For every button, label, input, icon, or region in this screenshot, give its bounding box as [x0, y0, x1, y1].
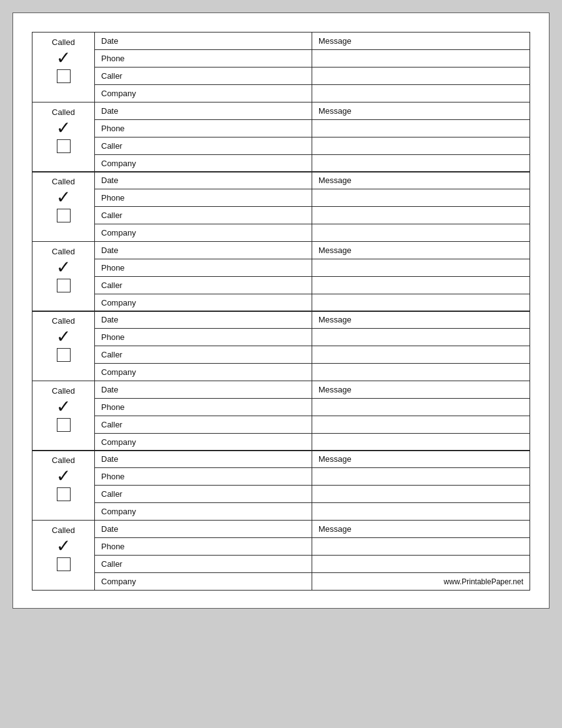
phone-field-3: Phone — [95, 189, 312, 206]
message-field-2: Message — [312, 102, 530, 119]
checkbox-8[interactable] — [57, 557, 71, 571]
phone-row-6: Phone — [95, 399, 530, 416]
checkbox-7[interactable] — [57, 487, 71, 501]
company-value-5 — [312, 364, 530, 381]
company-value-4 — [312, 294, 530, 311]
checkmark-8: ✓ — [56, 537, 71, 555]
checkbox-5[interactable] — [57, 348, 71, 362]
entry-block-7: Called✓DateMessagePhoneCallerCompany — [32, 450, 530, 521]
entries-container: Called✓DateMessagePhoneCallerCompanyCall… — [32, 32, 530, 591]
checkbox-6[interactable] — [57, 418, 71, 432]
right-col-6: DateMessagePhoneCallerCompany — [95, 381, 530, 451]
phone-value-2 — [312, 120, 530, 137]
left-col-5: Called✓ — [32, 311, 95, 381]
checkmark-1: ✓ — [56, 49, 71, 67]
phone-value-7 — [312, 468, 530, 485]
company-field-1: Company — [95, 85, 312, 102]
checkbox-2[interactable] — [57, 139, 71, 153]
phone-value-1 — [312, 50, 530, 67]
caller-row-7: Caller — [95, 486, 530, 503]
checkmark-2: ✓ — [56, 119, 71, 137]
right-col-7: DateMessagePhoneCallerCompany — [95, 451, 530, 520]
caller-field-6: Caller — [95, 416, 312, 433]
message-field-4: Message — [312, 242, 530, 259]
caller-field-1: Caller — [95, 67, 312, 84]
checkmark-4: ✓ — [56, 259, 71, 276]
called-label-7: Called — [52, 456, 75, 465]
checkmark-6: ✓ — [56, 398, 71, 416]
phone-value-3 — [312, 189, 530, 206]
checkmark-5: ✓ — [56, 328, 71, 346]
right-col-2: DateMessagePhoneCallerCompany — [95, 102, 530, 172]
date-field-5: Date — [95, 311, 312, 328]
entry-block-3: Called✓DateMessagePhoneCallerCompany — [32, 171, 530, 242]
called-label-8: Called — [52, 526, 75, 535]
caller-value-5 — [312, 346, 530, 363]
company-value-3 — [312, 224, 530, 241]
entry-block-4: Called✓DateMessagePhoneCallerCompany — [32, 241, 530, 312]
date-message-row-6: DateMessage — [95, 381, 530, 399]
caller-field-4: Caller — [95, 277, 312, 294]
caller-row-3: Caller — [95, 207, 530, 224]
date-field-2: Date — [95, 102, 312, 119]
checkbox-3[interactable] — [57, 209, 71, 222]
message-field-6: Message — [312, 381, 530, 398]
caller-value-6 — [312, 416, 530, 433]
caller-row-6: Caller — [95, 416, 530, 434]
caller-value-1 — [312, 67, 530, 84]
date-field-7: Date — [95, 451, 312, 467]
phone-row-5: Phone — [95, 329, 530, 346]
phone-field-8: Phone — [95, 538, 312, 555]
phone-row-4: Phone — [95, 259, 530, 277]
left-col-3: Called✓ — [32, 172, 95, 241]
date-field-1: Date — [95, 32, 312, 49]
caller-row-5: Caller — [95, 346, 530, 364]
company-field-6: Company — [95, 434, 312, 451]
company-field-2: Company — [95, 155, 312, 172]
date-message-row-8: DateMessage — [95, 521, 530, 538]
caller-row-4: Caller — [95, 277, 530, 294]
date-message-row-1: DateMessage — [95, 32, 530, 50]
phone-field-5: Phone — [95, 329, 312, 346]
phone-row-7: Phone — [95, 468, 530, 486]
entry-block-1: Called✓DateMessagePhoneCallerCompany — [32, 32, 530, 102]
company-field-8: Company — [95, 573, 312, 590]
right-col-5: DateMessagePhoneCallerCompany — [95, 311, 530, 381]
date-message-row-4: DateMessage — [95, 242, 530, 259]
message-field-7: Message — [312, 451, 530, 467]
caller-value-4 — [312, 277, 530, 294]
entry-block-2: Called✓DateMessagePhoneCallerCompany — [32, 102, 530, 172]
called-label-1: Called — [52, 37, 75, 47]
entry-block-6: Called✓DateMessagePhoneCallerCompany — [32, 381, 530, 451]
checkmark-7: ✓ — [56, 467, 71, 485]
checkbox-1[interactable] — [57, 69, 71, 83]
company-row-6: Company — [95, 434, 530, 451]
date-field-4: Date — [95, 242, 312, 259]
checkbox-4[interactable] — [57, 279, 71, 292]
right-col-8: DateMessagePhoneCallerCompanywww.Printab… — [95, 521, 530, 590]
company-value-1 — [312, 85, 530, 102]
phone-row-3: Phone — [95, 189, 530, 207]
message-field-5: Message — [312, 311, 530, 328]
right-col-3: DateMessagePhoneCallerCompany — [95, 172, 530, 241]
company-value-2 — [312, 155, 530, 172]
company-value-7 — [312, 503, 530, 520]
called-label-2: Called — [52, 107, 75, 117]
caller-row-2: Caller — [95, 137, 530, 155]
company-field-7: Company — [95, 503, 312, 520]
phone-field-7: Phone — [95, 468, 312, 485]
left-col-7: Called✓ — [32, 451, 95, 520]
company-row-7: Company — [95, 503, 530, 520]
date-field-8: Date — [95, 521, 312, 537]
left-col-8: Called✓ — [32, 521, 95, 590]
website-8: www.PrintablePaper.net — [312, 573, 530, 590]
date-field-6: Date — [95, 381, 312, 398]
phone-field-2: Phone — [95, 120, 312, 137]
phone-row-8: Phone — [95, 538, 530, 556]
date-field-3: Date — [95, 172, 312, 189]
company-row-2: Company — [95, 155, 530, 172]
company-row-4: Company — [95, 294, 530, 311]
company-row-3: Company — [95, 224, 530, 241]
date-message-row-3: DateMessage — [95, 172, 530, 189]
left-col-6: Called✓ — [32, 381, 95, 451]
